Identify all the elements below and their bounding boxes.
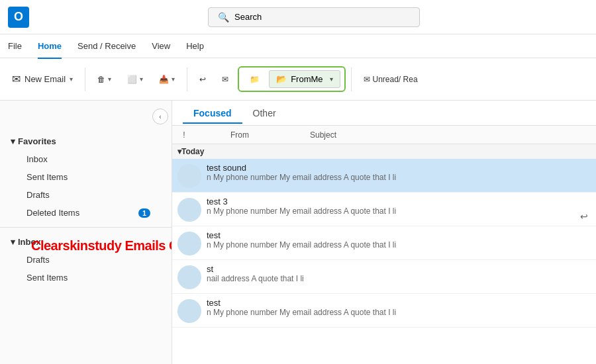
unread-button[interactable]: ✉ Unread/ Rea — [357, 71, 424, 88]
separator-2 — [187, 68, 187, 91]
group-label: Today — [181, 147, 204, 156]
email-preview-1: n My phone number My email address A quo… — [207, 206, 580, 216]
sidebar-divider — [0, 227, 172, 228]
drafts-label: Drafts — [26, 190, 50, 200]
email-content-4: test n My phone number My email address … — [207, 298, 591, 317]
email-group-today: ▾ Today — [172, 144, 596, 159]
archive-button[interactable]: ⬜ ▾ — [121, 71, 150, 88]
outlook-logo: O — [8, 7, 29, 28]
email-content-3: st nail address A quote that I li — [207, 264, 591, 283]
from-me-icon: 📂 — [276, 74, 287, 84]
favorites-section: ▾ Favorites Inbox Sent Items Drafts Dele… — [0, 130, 172, 224]
menu-help[interactable]: Help — [186, 38, 204, 54]
inbox2-drafts-label: Drafts — [26, 255, 50, 265]
email-list-area: Focused Other ! From Subject ▾ Today tes… — [172, 101, 596, 364]
menu-file[interactable]: File — [8, 38, 22, 54]
col-header-from[interactable]: From — [230, 130, 310, 140]
inbox-label: Inbox — [26, 154, 48, 164]
tab-focused[interactable]: Focused — [183, 103, 242, 124]
archive-dropdown-arrow[interactable]: ▾ — [140, 75, 143, 83]
delete-icon: 🗑 — [97, 75, 105, 84]
email-subject-3: st — [207, 264, 591, 274]
reply-icon: ↩ — [199, 75, 206, 84]
menu-home[interactable]: Home — [38, 38, 62, 54]
sidebar-item-inbox2-drafts[interactable]: Drafts — [11, 251, 161, 269]
deleted-badge: 1 — [138, 208, 150, 218]
from-me-button[interactable]: 📂 FromMe ▾ — [269, 70, 340, 88]
sidebar-item-deleted[interactable]: Deleted Items 1 — [11, 204, 161, 222]
deleted-label: Deleted Items — [26, 208, 79, 218]
collapse-button[interactable]: ‹ — [152, 109, 168, 124]
col-header-subject[interactable]: Subject — [310, 130, 591, 140]
sent-label: Sent Items — [26, 172, 68, 182]
sidebar: ‹ ▾ Favorites Inbox Sent Items Drafts De… — [0, 101, 172, 364]
email-preview-3: nail address A quote that I li — [207, 274, 591, 283]
unread-label: Unread/ Rea — [373, 75, 418, 84]
forward-button[interactable]: ✉ — [215, 71, 235, 88]
new-email-dropdown-arrow[interactable]: ▾ — [70, 75, 73, 83]
menu-view[interactable]: View — [152, 38, 170, 54]
clearskinstudy-overlay: Clearskinstudy Emails Contact — [31, 238, 172, 253]
tab-other[interactable]: Other — [242, 103, 287, 124]
email-row-4[interactable]: test n My phone number My email address … — [172, 294, 596, 328]
email-content-0: test sound n My phone number My email ad… — [207, 163, 591, 182]
new-email-icon: ✉ — [12, 73, 21, 85]
email-avatar-3 — [177, 265, 201, 289]
search-placeholder: Search — [234, 12, 262, 22]
sidebar-item-sent[interactable]: Sent Items — [11, 168, 161, 186]
email-content-1: test 3 n My phone number My email addres… — [207, 197, 580, 216]
tabs: Focused Other — [172, 101, 596, 126]
email-preview-4: n My phone number My email address A quo… — [207, 308, 591, 317]
reply-button[interactable]: ↩ — [193, 71, 213, 88]
menu-send-receive[interactable]: Send / Receive — [77, 38, 136, 54]
email-avatar-4 — [177, 299, 201, 323]
title-bar: O 🔍 Search — [0, 0, 596, 34]
move-button[interactable]: 📥 ▾ — [152, 71, 181, 88]
filter-icon-btn[interactable]: 📁 — [243, 71, 266, 88]
email-content-2: test n My phone number My email address … — [207, 230, 591, 250]
favorites-chevron: ▾ — [11, 136, 15, 146]
search-icon: 🔍 — [218, 12, 229, 23]
from-me-chevron[interactable]: ▾ — [330, 75, 333, 83]
email-subject-4: test — [207, 298, 591, 308]
highlight-group: 📁 📂 FromMe ▾ — [238, 66, 345, 92]
inbox-section-label: Inbox Clearskinstudy Emails Contact — [18, 237, 41, 247]
col-header-flag[interactable]: ! — [177, 130, 191, 140]
filter-icon: 📁 — [250, 75, 260, 84]
sidebar-item-drafts[interactable]: Drafts — [11, 186, 161, 204]
email-row-1[interactable]: test 3 n My phone number My email addres… — [172, 193, 596, 226]
delete-dropdown-arrow[interactable]: ▾ — [108, 75, 111, 83]
email-row-0[interactable]: test sound n My phone number My email ad… — [172, 159, 596, 193]
separator-3 — [351, 68, 352, 91]
move-icon: 📥 — [159, 75, 169, 84]
archive-icon: ⬜ — [127, 75, 137, 84]
favorites-header[interactable]: ▾ Favorites — [11, 132, 161, 150]
email-row-2[interactable]: test n My phone number My email address … — [172, 226, 596, 260]
email-avatar-1 — [177, 198, 201, 222]
forward-icon: ✉ — [222, 75, 228, 84]
unread-icon: ✉ — [364, 75, 370, 84]
email-subject-1: test 3 — [207, 197, 580, 206]
inbox2-sent-label: Sent Items — [26, 273, 68, 283]
email-row-3[interactable]: st nail address A quote that I li — [172, 260, 596, 294]
reply-icon-1: ↩ — [580, 211, 588, 222]
from-me-label: FromMe — [291, 74, 323, 84]
search-box[interactable]: 🔍 Search — [208, 7, 420, 27]
inbox-section-chevron: ▾ — [11, 237, 15, 247]
menu-bar: File Home Send / Receive View Help — [0, 34, 596, 58]
sidebar-item-inbox[interactable]: Inbox — [11, 150, 161, 168]
inbox-section-header[interactable]: ▾ Inbox Clearskinstudy Emails Contact — [11, 233, 161, 251]
email-avatar-2 — [177, 232, 201, 255]
delete-button[interactable]: 🗑 ▾ — [91, 71, 118, 88]
new-email-label: New Email — [25, 74, 66, 84]
inbox-section: ▾ Inbox Clearskinstudy Emails Contact Dr… — [0, 230, 172, 289]
email-avatar-0 — [177, 164, 201, 188]
column-headers: ! From Subject — [172, 126, 596, 144]
separator-1 — [85, 68, 85, 91]
email-subject-0: test sound — [207, 163, 591, 173]
sidebar-item-inbox2-sent[interactable]: Sent Items — [11, 269, 161, 287]
toolbar: ✉ New Email ▾ 🗑 ▾ ⬜ ▾ 📥 ▾ ↩ ✉ 📁 📂 FromMe… — [0, 58, 596, 101]
favorites-label: Favorites — [18, 136, 56, 146]
move-dropdown-arrow[interactable]: ▾ — [172, 75, 175, 83]
new-email-button[interactable]: ✉ New Email ▾ — [5, 69, 79, 89]
